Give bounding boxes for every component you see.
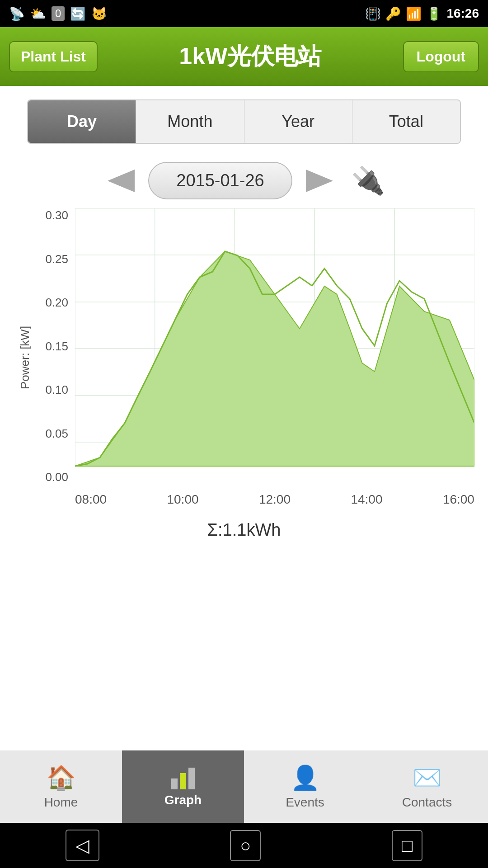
bottom-navigation: 🏠 Home Graph 👤 Events ✉️ Contacts xyxy=(0,750,488,823)
y-label-6: 0.30 xyxy=(37,208,73,222)
chart-plot xyxy=(75,208,474,489)
logout-button[interactable]: Logout xyxy=(403,41,479,72)
page-title: 1kW光伏电站 xyxy=(179,41,321,72)
key-icon: 🔑 xyxy=(385,6,401,21)
system-nav: ◁ ○ □ xyxy=(0,823,488,868)
bar2 xyxy=(180,773,186,789)
nav-events-label: Events xyxy=(286,795,324,810)
weather-icon: ⛅ xyxy=(30,6,46,21)
nav-home[interactable]: 🏠 Home xyxy=(0,750,122,823)
tab-year[interactable]: Year xyxy=(244,100,352,143)
events-icon: 👤 xyxy=(291,764,320,792)
bar3 xyxy=(188,768,195,789)
right-arrow-icon xyxy=(306,170,338,192)
x-axis: 08:00 10:00 12:00 14:00 16:00 xyxy=(75,489,474,507)
recent-button[interactable]: □ xyxy=(392,830,422,861)
sync-icon: 🔄 xyxy=(70,6,86,21)
header: Plant List 1kW光伏电站 Logout xyxy=(0,27,488,86)
x-label-0: 08:00 xyxy=(75,492,107,507)
x-label-2: 12:00 xyxy=(259,492,291,507)
nav-home-label: Home xyxy=(44,795,78,810)
contacts-icon: ✉️ xyxy=(413,764,442,792)
tab-month[interactable]: Month xyxy=(136,100,244,143)
home-button[interactable]: ○ xyxy=(230,830,261,861)
y-axis: 0.30 0.25 0.20 0.15 0.10 0.05 0.00 xyxy=(37,208,73,484)
y-label-0: 0.00 xyxy=(37,470,73,484)
y-label-2: 0.10 xyxy=(37,383,73,397)
date-navigation: 2015-01-26 🔌 xyxy=(0,162,488,199)
cat-icon: 🐱 xyxy=(91,6,107,21)
wifi-icon: 📶 xyxy=(406,6,422,21)
nav-contacts[interactable]: ✉️ Contacts xyxy=(366,750,488,823)
energy-summary: Σ:1.1kWh xyxy=(0,520,488,540)
nav-graph-label: Graph xyxy=(164,793,202,807)
status-icons: 📡 ⛅ 0 🔄 🐱 xyxy=(9,6,107,21)
next-date-button[interactable] xyxy=(306,170,338,192)
graph-icon xyxy=(171,766,195,789)
nav-events[interactable]: 👤 Events xyxy=(244,750,366,823)
summary-text: Σ:1.1kWh xyxy=(207,520,281,539)
y-axis-label: Power: [kW] xyxy=(14,208,37,507)
nav-graph[interactable]: Graph xyxy=(122,750,244,823)
status-right: 📳 🔑 📶 🔋 16:26 xyxy=(365,6,479,21)
battery-icon: 🔋 xyxy=(426,6,442,21)
nav-contacts-label: Contacts xyxy=(402,795,452,810)
back-button[interactable]: ◁ xyxy=(66,830,99,861)
y-label-5: 0.25 xyxy=(37,252,73,266)
left-arrow-icon xyxy=(103,170,135,192)
clock: 16:26 xyxy=(446,6,479,21)
y-label-4: 0.20 xyxy=(37,296,73,310)
bar1 xyxy=(171,778,178,789)
x-label-1: 10:00 xyxy=(167,492,198,507)
y-label-3: 0.15 xyxy=(37,340,73,354)
signal-icon: 📡 xyxy=(9,6,25,21)
x-label-4: 16:00 xyxy=(443,492,474,507)
home-icon: 🏠 xyxy=(47,764,76,792)
chart-inner: 0.30 0.25 0.20 0.15 0.10 0.05 0.00 xyxy=(37,208,474,507)
period-tabs: Day Month Year Total xyxy=(27,99,461,144)
badge-icon: 0 xyxy=(52,6,65,21)
status-bar: 📡 ⛅ 0 🔄 🐱 📳 🔑 📶 🔋 16:26 xyxy=(0,0,488,27)
chart-container: Power: [kW] 0.30 0.25 0.20 0.15 0.10 0.0… xyxy=(14,208,474,507)
plant-list-button[interactable]: Plant List xyxy=(9,41,98,72)
prev-date-button[interactable] xyxy=(103,170,135,192)
x-label-3: 14:00 xyxy=(351,492,382,507)
plug-icon: 🔌 xyxy=(351,165,385,197)
current-date: 2015-01-26 xyxy=(148,162,292,199)
tab-total[interactable]: Total xyxy=(352,100,460,143)
chart-svg xyxy=(75,208,474,489)
vibrate-icon: 📳 xyxy=(365,6,381,21)
tab-day[interactable]: Day xyxy=(28,100,136,143)
y-label-1: 0.05 xyxy=(37,427,73,441)
chart-area xyxy=(75,251,474,466)
